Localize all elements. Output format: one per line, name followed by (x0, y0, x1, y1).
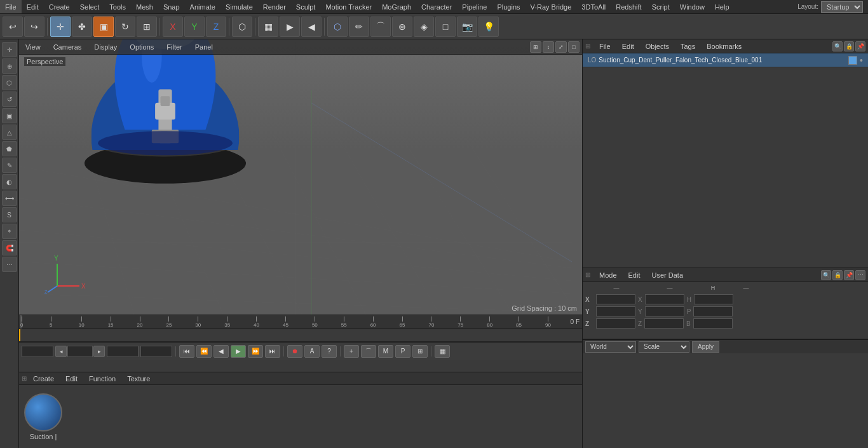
attr-more-btn[interactable]: ⋯ (855, 270, 865, 280)
vp-ctrl-2[interactable]: ↕ (543, 41, 554, 53)
render-region-button[interactable]: ▦ (258, 17, 278, 37)
om-pin-btn[interactable]: 📌 (855, 41, 865, 51)
redo-button[interactable]: ↪ (24, 17, 44, 37)
light-button[interactable]: 💡 (478, 17, 499, 37)
z-rot-input[interactable]: 0 ° (644, 318, 684, 329)
b-input[interactable]: 0 ° (693, 318, 733, 329)
menu-snap[interactable]: Snap (158, 0, 185, 13)
transform-tool-button[interactable]: ⊞ (137, 17, 157, 37)
undo-button[interactable]: ↩ (3, 17, 23, 37)
track-btn[interactable]: + (344, 345, 359, 358)
lt-scale[interactable]: ⬡ (2, 75, 17, 90)
lt-measure[interactable]: ⌖ (2, 224, 17, 239)
vp-menu-view[interactable]: View (19, 42, 47, 52)
lt-snap[interactable]: S (2, 207, 17, 222)
move-tool-button[interactable]: ✤ (72, 17, 92, 37)
menu-select[interactable]: Select (75, 0, 105, 13)
attr-edit[interactable]: Edit (623, 271, 646, 280)
viewport[interactable]: X Y Z View Cameras Display Options Filte… (19, 39, 582, 315)
menu-mograph[interactable]: MoGraph (377, 0, 416, 13)
curve-button[interactable]: ⌒ (370, 17, 391, 37)
menu-help[interactable]: Help (710, 0, 735, 13)
nurbs-button[interactable]: ⊛ (392, 17, 412, 37)
render-button[interactable]: ◀ (301, 17, 322, 37)
motion-clip-btn[interactable]: M (378, 345, 393, 358)
menu-mesh[interactable]: Mesh (131, 0, 158, 13)
om-lock-btn[interactable]: 🔒 (844, 41, 854, 51)
material-ball[interactable] (24, 393, 62, 431)
menu-character[interactable]: Character (416, 0, 457, 13)
x-pos-input[interactable]: 0 cm (596, 294, 635, 304)
om-bookmarks[interactable]: Bookmarks (702, 42, 747, 51)
z-pos-input[interactable]: 0 cm (596, 318, 635, 329)
pb-extra-btn[interactable]: P (395, 345, 410, 358)
attr-search-btn[interactable]: 🔍 (821, 270, 831, 280)
scale-tool-button[interactable]: ▣ (93, 17, 114, 37)
vp-ctrl-4[interactable]: □ (568, 41, 580, 53)
menu-simulate[interactable]: Simulate (220, 0, 258, 13)
play-back-btn[interactable]: ◀ (214, 345, 229, 358)
dope-btn[interactable]: ⊞ (412, 345, 428, 358)
pen-button[interactable]: ✏ (349, 17, 369, 37)
select-tool-button[interactable]: ✛ (50, 17, 71, 37)
goto-end-btn[interactable]: ⏭ (265, 345, 280, 358)
vp-menu-options[interactable]: Options (123, 42, 160, 52)
scale-select[interactable]: Scale (639, 341, 689, 353)
lt-paint[interactable]: ✎ (2, 158, 17, 173)
vp-ctrl-1[interactable]: ⊞ (530, 41, 541, 53)
lt-extra[interactable]: ⋯ (2, 257, 17, 272)
z-axis-button[interactable]: Z (206, 17, 226, 37)
menu-vray[interactable]: V-Ray Bridge (526, 0, 577, 13)
next-frame-btn[interactable]: ⏩ (248, 345, 263, 358)
vp-menu-display[interactable]: Display (88, 42, 123, 52)
cube-button[interactable]: ⬡ (327, 17, 348, 37)
lt-edge[interactable]: △ (2, 125, 17, 140)
lt-poly[interactable]: ▣ (2, 108, 17, 123)
om-file[interactable]: File (594, 42, 616, 51)
layout-select[interactable]: Startup (821, 1, 863, 13)
x-rot-input[interactable]: 0 ° (645, 294, 684, 304)
end-frame-1-input[interactable]: 90 F (107, 346, 139, 357)
menu-create[interactable]: Create (44, 0, 75, 13)
goto-start-btn[interactable]: ⏮ (179, 345, 194, 358)
frame-plus-btn[interactable]: ▸ (93, 346, 105, 357)
om-tags[interactable]: Tags (675, 42, 700, 51)
rotate-tool-button[interactable]: ↻ (115, 17, 135, 37)
env-button[interactable]: □ (435, 17, 456, 37)
timeline-btn[interactable]: ▦ (435, 345, 450, 358)
end-frame-2-input[interactable]: 90 F (140, 346, 172, 357)
lt-point[interactable]: ⬟ (2, 141, 17, 156)
curve-btn[interactable]: ⌒ (361, 345, 376, 358)
play-fwd-btn[interactable]: ▶ (231, 345, 246, 358)
record-btn[interactable]: ⏺ (287, 345, 302, 358)
x-axis-button[interactable]: X (163, 17, 183, 37)
material-function[interactable]: Function (84, 374, 121, 383)
lt-move[interactable]: ⊕ (2, 58, 17, 74)
attr-userdata[interactable]: User Data (647, 271, 689, 280)
vp-ctrl-3[interactable]: ⤢ (555, 41, 567, 53)
auto-key-btn[interactable]: A (304, 345, 320, 358)
obj-mode-button[interactable]: ⬡ (232, 17, 252, 37)
om-edit[interactable]: Edit (617, 42, 639, 51)
world-select[interactable]: World (585, 341, 636, 353)
attr-mode[interactable]: Mode (594, 271, 622, 280)
prev-frame-btn[interactable]: ⏪ (196, 345, 212, 358)
frame-minus-btn[interactable]: ◂ (55, 346, 67, 357)
material-create[interactable]: Create (28, 374, 59, 383)
lt-select[interactable]: ✛ (2, 42, 17, 57)
menu-redshift[interactable]: Redshift (611, 0, 646, 13)
menu-render[interactable]: Render (258, 0, 291, 13)
deform-button[interactable]: ◈ (414, 17, 434, 37)
camera-button[interactable]: 📷 (457, 17, 477, 37)
key-btn[interactable]: ? (322, 345, 337, 358)
material-edit[interactable]: Edit (60, 374, 83, 383)
menu-script[interactable]: Script (647, 0, 675, 13)
attr-pin-btn[interactable]: 📌 (844, 270, 854, 280)
object-row-main[interactable]: LO Suction_Cup_Dent_Puller_Falon_Tech_Cl… (583, 53, 868, 67)
lt-rotate[interactable]: ↺ (2, 92, 17, 107)
vp-menu-filter[interactable]: Filter (160, 42, 188, 52)
menu-3dtoall[interactable]: 3DToAll (576, 0, 611, 13)
menu-tools[interactable]: Tools (104, 0, 131, 13)
vp-menu-cameras[interactable]: Cameras (47, 42, 88, 52)
start-frame-input[interactable]: 0 F (22, 346, 53, 357)
